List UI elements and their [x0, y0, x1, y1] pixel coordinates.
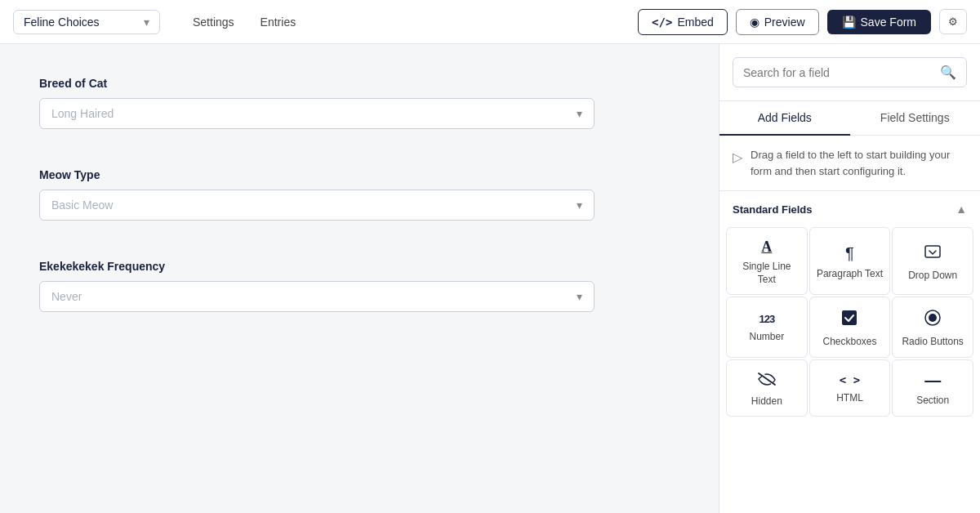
search-input[interactable]	[743, 66, 940, 79]
top-nav: Settings Entries	[180, 11, 309, 33]
topbar-actions: </> Embed ◉ Preview 💾 Save Form ⚙	[638, 9, 967, 35]
form-area: Breed of Cat Long Haired ▾ Meow Type Bas…	[0, 44, 719, 513]
field-tile-number[interactable]: 123 Number	[726, 297, 808, 358]
field-breed-select[interactable]: Long Haired ▾	[39, 98, 595, 129]
settings-icon-button[interactable]: ⚙	[939, 9, 967, 34]
svg-point-3	[929, 314, 937, 322]
field-meow-placeholder: Basic Meow	[51, 199, 113, 212]
dropdown-arrow-icon: ▾	[144, 16, 149, 29]
number-icon: 123	[759, 314, 774, 324]
select-arrow-icon-3: ▾	[577, 290, 582, 303]
single-line-text-icon: A	[761, 239, 772, 254]
sidebar-search-area: 🔍	[719, 44, 980, 101]
standard-fields-label: Standard Fields	[733, 203, 813, 216]
field-tile-html[interactable]: < > HTML	[809, 359, 891, 417]
sidebar-drag-hint: ▷ Drag a field to the left to start buil…	[719, 136, 980, 191]
field-freq-select[interactable]: Never ▾	[39, 281, 595, 312]
sidebar: 🔍 Add Fields Field Settings ▷ Drag a fie…	[719, 44, 980, 513]
paragraph-text-label: Paragraph Text	[817, 268, 883, 281]
field-tile-checkboxes[interactable]: Checkboxes	[809, 297, 891, 358]
select-arrow-icon-2: ▾	[577, 199, 582, 212]
search-box: 🔍	[733, 57, 967, 87]
preview-button[interactable]: ◉ Preview	[736, 9, 819, 35]
radio-buttons-label: Radio Buttons	[902, 336, 963, 349]
field-freq-label: Ekekekekek Frequency	[39, 260, 679, 273]
field-tile-paragraph-text[interactable]: ¶ Paragraph Text	[809, 227, 891, 295]
embed-icon: </>	[652, 16, 672, 29]
field-freq: Ekekekekek Frequency Never ▾	[39, 260, 679, 312]
select-arrow-icon: ▾	[577, 107, 582, 120]
field-breed: Breed of Cat Long Haired ▾	[39, 77, 679, 129]
svg-rect-0	[925, 246, 940, 257]
field-tile-drop-down[interactable]: Drop Down	[892, 227, 973, 295]
single-line-text-label: Single Line Text	[733, 261, 800, 286]
checkboxes-label: Checkboxes	[822, 336, 876, 349]
hidden-icon	[757, 372, 777, 389]
tab-add-fields[interactable]: Add Fields	[719, 101, 850, 136]
collapse-icon[interactable]: ▲	[956, 203, 967, 216]
gear-icon: ⚙	[948, 16, 958, 28]
field-breed-placeholder: Long Haired	[51, 107, 114, 120]
save-icon: 💾	[842, 16, 856, 29]
number-label: Number	[749, 331, 784, 344]
main-layout: Breed of Cat Long Haired ▾ Meow Type Bas…	[0, 44, 980, 513]
search-icon: 🔍	[940, 65, 956, 80]
checkboxes-icon	[840, 309, 858, 329]
cursor-icon: ▷	[733, 148, 742, 167]
fields-grid: A Single Line Text ¶ Paragraph Text Drop…	[719, 227, 980, 423]
field-freq-placeholder: Never	[51, 290, 82, 303]
field-tile-single-line-text[interactable]: A Single Line Text	[726, 227, 808, 295]
field-meow-label: Meow Type	[39, 168, 679, 181]
drop-down-label: Drop Down	[908, 270, 957, 283]
nav-settings[interactable]: Settings	[180, 11, 247, 33]
tab-field-settings[interactable]: Field Settings	[850, 101, 981, 135]
sidebar-tabs: Add Fields Field Settings	[719, 101, 980, 136]
field-meow-select[interactable]: Basic Meow ▾	[39, 190, 595, 221]
html-label: HTML	[836, 392, 863, 405]
nav-entries[interactable]: Entries	[247, 11, 310, 33]
embed-button[interactable]: </> Embed	[638, 9, 728, 35]
field-meow: Meow Type Basic Meow ▾	[39, 168, 679, 221]
topbar: Feline Choices ▾ Settings Entries </> Em…	[0, 0, 980, 44]
section-label: Section	[916, 395, 949, 408]
html-icon: < >	[840, 374, 860, 386]
save-form-button[interactable]: 💾 Save Form	[827, 10, 931, 34]
hidden-label: Hidden	[751, 395, 782, 408]
form-selector[interactable]: Feline Choices ▾	[13, 10, 160, 34]
field-tile-radio-buttons[interactable]: Radio Buttons	[892, 297, 973, 358]
radio-buttons-icon	[924, 309, 942, 329]
hint-text: Drag a field to the left to start buildi…	[751, 147, 967, 179]
drop-down-icon	[924, 243, 942, 263]
preview-icon: ◉	[750, 16, 760, 29]
section-icon: —	[924, 372, 941, 388]
paragraph-text-icon: ¶	[845, 245, 854, 261]
standard-fields-header: Standard Fields ▲	[719, 191, 980, 227]
field-tile-section[interactable]: — Section	[892, 359, 973, 417]
form-name: Feline Choices	[24, 16, 100, 29]
field-breed-label: Breed of Cat	[39, 77, 679, 90]
field-tile-hidden[interactable]: Hidden	[726, 359, 808, 417]
svg-rect-1	[842, 310, 857, 325]
